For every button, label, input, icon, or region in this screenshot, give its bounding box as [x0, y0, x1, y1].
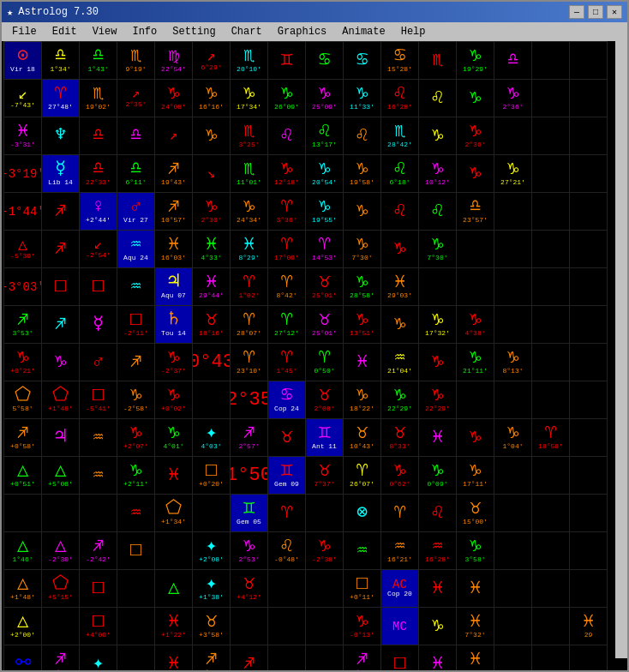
menu-edit[interactable]: Edit — [45, 24, 84, 39]
cell-0-15 — [569, 41, 608, 80]
cell-8-10: ♒ 21°04' — [380, 343, 419, 381]
cell-3-2: ♎ 22°33' — [79, 154, 117, 193]
cell-15-12: ♓ 7°32' — [456, 607, 494, 645]
main-window: ★ Astrolog 7.30 — □ ✕ File Edit View Inf… — [0, 0, 629, 672]
cell-8-13: ♑ 8°13' — [494, 343, 532, 381]
minimize-button[interactable]: — — [569, 5, 584, 19]
cell-15-1 — [41, 607, 80, 645]
cell-14-3 — [117, 569, 155, 608]
cell-2-2: ♎ — [79, 117, 117, 155]
cell-10-15 — [569, 418, 608, 457]
menu-setting[interactable]: Setting — [165, 24, 222, 39]
cell-12-12: ♉ 15°00' — [456, 494, 494, 532]
cell-6-7: ♈ 8°42' — [267, 267, 306, 306]
cell-11-8: ♉ 7°37' — [305, 456, 344, 495]
cell-7-6: ♈ 28°07' — [230, 305, 268, 344]
cell-10-10: ♉ 8°33' — [380, 418, 419, 457]
cell-1-0: ↙ -7°43' — [3, 79, 42, 117]
cell-9-13 — [494, 381, 532, 419]
cell-4-1: ♐ — [41, 192, 80, 231]
menu-file[interactable]: File — [5, 24, 44, 39]
cell-16-2: ✦ — [79, 645, 117, 670]
cell-12-7: ♈ — [267, 494, 306, 532]
cell-0-5: ↗ 6°29' — [192, 41, 231, 80]
cell-7-2: ☿ — [79, 305, 117, 344]
cell-10-14: ♈ 18°58' — [531, 418, 570, 457]
cell-13-3: □ — [117, 531, 155, 570]
cell-16-11: ♓ — [418, 645, 457, 670]
cell-2-8: ♌ 13°17' — [305, 117, 344, 155]
cell-2-11: ♑ — [418, 117, 457, 155]
cell-15-6 — [230, 607, 268, 645]
cell-10-4: ♑ 4°01' — [154, 418, 193, 457]
cell-3-14 — [531, 154, 570, 193]
cell-0-9: ♋ — [343, 41, 381, 80]
cell-8-5: -0°43' — [192, 343, 231, 381]
cell-3-12: ♑ — [456, 154, 494, 193]
cell-16-1: ♐ +8°03' — [41, 645, 80, 670]
cell-3-10: ♌ 6°18' — [380, 154, 419, 193]
cell-10-2: ♒ — [79, 418, 117, 457]
cell-7-1: ♐ — [41, 305, 80, 344]
cell-13-15 — [569, 531, 608, 570]
cell-7-3: □ -2°11' — [117, 305, 155, 344]
cell-12-0 — [3, 494, 42, 532]
menu-view[interactable]: View — [86, 24, 124, 39]
cell-5-3: ♒ Aqu 24 — [117, 230, 155, 268]
cell-12-14 — [531, 494, 570, 532]
cell-5-14 — [531, 230, 570, 268]
cell-3-1: ☿ Lib 14 — [41, 154, 80, 193]
cell-3-13: ♑ 27°21' — [494, 154, 532, 193]
cell-8-12: ♑ 21°11' — [456, 343, 494, 381]
cell-1-7: ♑ 26°09' — [267, 79, 306, 117]
cell-10-5: ✦ 4°03' — [192, 418, 231, 457]
cell-12-6: ♊ Gem 05 — [230, 494, 268, 532]
cell-13-6: ♑ 2°53' — [230, 531, 268, 570]
cell-0-12: ♑ 19°29' — [456, 41, 494, 80]
cell-4-4: ♐ 10°57' — [154, 192, 193, 231]
cell-12-9: ⊗ — [343, 494, 381, 532]
cell-16-7 — [267, 645, 306, 670]
cell-9-14 — [531, 381, 570, 419]
cell-4-10: ♌ — [380, 192, 419, 231]
cell-13-9: ♒ — [343, 531, 381, 570]
cell-5-8: ♈ 14°53' — [305, 230, 344, 268]
close-button[interactable]: ✕ — [607, 5, 622, 19]
menu-info[interactable]: Info — [125, 24, 164, 39]
cell-9-8: ♉ 2°08' — [305, 381, 344, 419]
cell-16-9: ♐ 0°52' — [343, 645, 381, 670]
cell-14-7 — [267, 569, 306, 608]
cell-1-10: ♌ 16°28' — [380, 79, 419, 117]
menu-help[interactable]: Help — [394, 24, 433, 39]
cell-5-6: ♓ 8°29' — [230, 230, 268, 268]
cell-6-3: ♒ — [117, 267, 155, 306]
cell-6-8: ♉ 25°01' — [305, 267, 344, 306]
menu-graphics[interactable]: Graphics — [271, 24, 334, 39]
cell-1-5: ♑ 16°16' — [192, 79, 231, 117]
cell-2-12: ♑ 2°36' — [456, 117, 494, 155]
cell-9-10: ♑ 22°29' — [380, 381, 419, 419]
cell-11-12: ♑ 17°11' — [456, 456, 494, 495]
cell-9-1: ⬠ +1°48' — [41, 381, 80, 419]
cell-3-11: ♑ 10°12' — [418, 154, 457, 193]
cell-2-15 — [569, 117, 608, 155]
cell-8-14 — [531, 343, 570, 381]
cell-10-6: ♐ 2°57' — [230, 418, 268, 457]
cell-2-7: ♌ — [267, 117, 306, 155]
vertical-scrollbar[interactable] — [615, 41, 627, 658]
cell-13-4 — [154, 531, 193, 570]
cell-0-1: ♎ 1°34' — [41, 41, 80, 80]
menu-animate[interactable]: Animate — [335, 24, 392, 39]
menu-chart[interactable]: Chart — [225, 24, 269, 39]
cell-0-4: ♍ 22°54' — [154, 41, 193, 80]
cell-8-15 — [569, 343, 608, 381]
cell-7-7: ♈ 27°12' — [267, 305, 306, 344]
cell-2-5: ♑ — [192, 117, 231, 155]
cell-9-5 — [192, 381, 231, 419]
cell-12-3: ♒ — [117, 494, 155, 532]
cell-8-6: ♈ 23°10' — [230, 343, 268, 381]
cell-5-5: ♓ 4°33' — [192, 230, 231, 268]
cell-7-8: ♉ 25°01' — [305, 305, 344, 344]
maximize-button[interactable]: □ — [588, 5, 603, 19]
cell-2-6: ♏ 3°25' — [230, 117, 268, 155]
